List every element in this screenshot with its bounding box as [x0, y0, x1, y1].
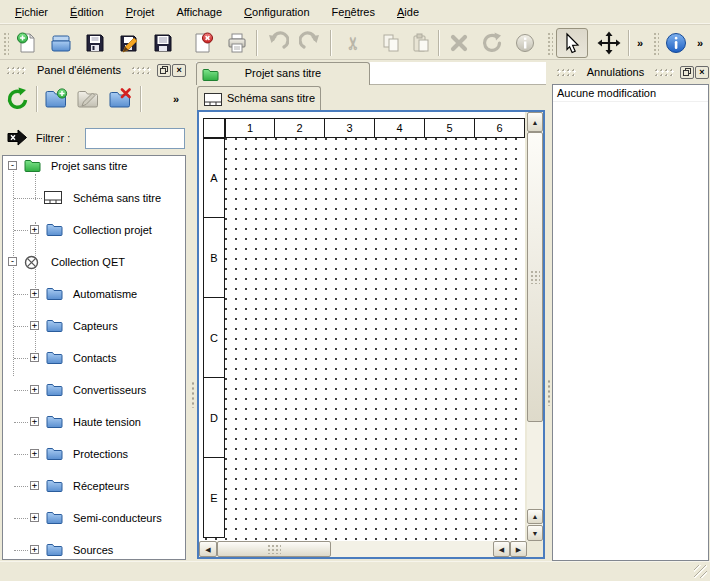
menu-projet[interactable]: Projet [115, 2, 166, 22]
dock-texture [654, 68, 675, 76]
grid-column-header: 5 [425, 118, 475, 138]
tree-item-project[interactable]: - Projet sans titre [3, 158, 185, 174]
float-panel-button[interactable] [157, 64, 171, 77]
save-button[interactable] [80, 28, 110, 58]
vertical-scroll-thumb[interactable] [527, 132, 543, 422]
horizontal-scroll-thumb[interactable] [217, 541, 331, 557]
new-category-button[interactable] [42, 84, 70, 114]
menu-aide[interactable]: Aide [386, 2, 430, 22]
save-as-button[interactable] [114, 28, 144, 58]
menu-fenetres[interactable]: Fenêtres [321, 2, 386, 22]
expand-expander-icon[interactable]: + [30, 225, 39, 234]
rotate-icon [480, 31, 504, 55]
copy-icon [379, 31, 403, 55]
blue-folder-icon [46, 415, 63, 428]
redo-button[interactable] [296, 28, 326, 58]
toolbar-overflow-button[interactable]: » [631, 28, 649, 58]
undo-list-item[interactable]: Aucune modification [553, 85, 708, 102]
tree-item-haute-tension[interactable]: + Haute tension [3, 414, 185, 430]
expand-expander-icon[interactable]: + [30, 353, 39, 362]
tree-item-contacts[interactable]: + Contacts [3, 350, 185, 366]
expand-expander-icon[interactable]: + [30, 449, 39, 458]
undo-panel-header[interactable]: Annulations × [552, 64, 709, 80]
toolbar-drag-handle[interactable] [652, 31, 659, 55]
rotate-button[interactable] [477, 28, 507, 58]
menu-affichage[interactable]: Affichage [165, 2, 233, 22]
edit-category-button[interactable] [74, 84, 102, 114]
splitter-left[interactable] [190, 380, 195, 408]
save-all-button[interactable] [148, 28, 178, 58]
collections-toolbar-overflow[interactable]: » [166, 84, 186, 114]
toolbar-overflow-button[interactable]: » [692, 28, 708, 58]
vertical-scrollbar[interactable]: ▲ ▲ ▼ [527, 112, 543, 541]
close-icon: × [699, 68, 704, 77]
horizontal-scrollbar[interactable]: ◀ ◀ ▶ [199, 541, 527, 557]
menu-edition[interactable]: Édition [59, 2, 115, 22]
tab-schema[interactable]: Schéma sans titre [197, 86, 321, 110]
schema-sheet-icon [204, 93, 222, 106]
scroll-up-button[interactable]: ▲ [527, 509, 543, 524]
clear-filter-button[interactable] [7, 129, 28, 146]
menu-fichier[interactable]: Fichier [4, 2, 59, 22]
about-qt-button[interactable] [661, 28, 691, 58]
undo-button[interactable] [262, 28, 292, 58]
toolbar-separator [330, 30, 331, 56]
toolbar-drag-handle[interactable] [2, 31, 9, 55]
menu-configuration[interactable]: Configuration [233, 2, 320, 22]
expand-expander-icon[interactable]: + [30, 321, 39, 330]
close-panel-button[interactable]: × [172, 64, 186, 77]
undo-history-list[interactable]: Aucune modification [552, 84, 709, 561]
close-panel-button[interactable]: × [695, 66, 709, 79]
move-tool-button[interactable] [594, 28, 624, 58]
toolbar-drag-handle[interactable] [546, 31, 553, 55]
status-bar [0, 561, 710, 581]
close-project-button[interactable] [188, 28, 218, 58]
filter-input[interactable] [85, 128, 185, 149]
select-tool-button[interactable] [556, 28, 588, 58]
scroll-right-button[interactable]: ▶ [510, 541, 527, 557]
tree-item-convertisseurs[interactable]: + Convertisseurs [3, 382, 185, 398]
delete-button[interactable] [444, 28, 474, 58]
tree-item-capteurs[interactable]: + Capteurs [3, 318, 185, 334]
tree-item-semi-conducteurs[interactable]: + Semi-conducteurs [3, 510, 185, 526]
grid-column-header: 6 [475, 118, 525, 138]
chevron-double-icon: » [697, 37, 703, 49]
scroll-down-button[interactable]: ▼ [527, 525, 543, 541]
resize-grip-icon[interactable] [694, 565, 707, 578]
cut-button[interactable]: ✂ [338, 28, 368, 58]
schema-view: 1 2 3 4 5 6 A B C D E ▲ ▲ ▼ ◀ [197, 110, 545, 559]
expand-expander-icon[interactable]: + [30, 481, 39, 490]
copy-button[interactable] [376, 28, 406, 58]
expand-expander-icon[interactable]: + [30, 289, 39, 298]
open-folder-icon [49, 31, 73, 55]
expand-expander-icon[interactable]: + [30, 513, 39, 522]
print-button[interactable] [222, 28, 252, 58]
scroll-up-button[interactable]: ▲ [527, 112, 543, 132]
expand-expander-icon[interactable]: + [30, 545, 39, 554]
delete-category-button[interactable] [106, 84, 134, 114]
tree-item-schema[interactable]: Schéma sans titre [3, 190, 185, 206]
tree-item-automatisme[interactable]: + Automatisme [3, 286, 185, 302]
schema-canvas[interactable]: 1 2 3 4 5 6 A B C D E [199, 112, 525, 541]
expand-expander-icon[interactable]: + [30, 417, 39, 426]
tree-item-collection-projet[interactable]: + Collection projet [3, 222, 185, 238]
tree-item-collection-qet[interactable]: - Collection QET [3, 254, 185, 270]
collapse-expander-icon[interactable]: - [8, 257, 17, 266]
paste-button[interactable] [406, 28, 436, 58]
float-panel-button[interactable] [680, 66, 694, 79]
scroll-left-button[interactable]: ◀ [493, 541, 510, 557]
tree-item-sources[interactable]: + Sources [3, 542, 185, 558]
collapse-expander-icon[interactable]: - [8, 161, 17, 170]
reload-collections-button[interactable] [4, 84, 32, 114]
grid-row-header: B [203, 218, 225, 298]
elements-panel-header[interactable]: Panel d'éléments × [2, 62, 186, 78]
info-disabled-button[interactable] [510, 28, 540, 58]
tab-project[interactable]: Projet sans titre [196, 62, 370, 85]
tree-item-protections[interactable]: + Protections [3, 446, 185, 462]
expand-expander-icon[interactable]: + [30, 385, 39, 394]
tree-item-recepteurs[interactable]: + Récepteurs [3, 478, 185, 494]
open-project-button[interactable] [46, 28, 76, 58]
new-project-button[interactable] [12, 28, 42, 58]
scroll-left-button[interactable]: ◀ [199, 541, 217, 557]
blue-folder-icon [46, 351, 63, 364]
